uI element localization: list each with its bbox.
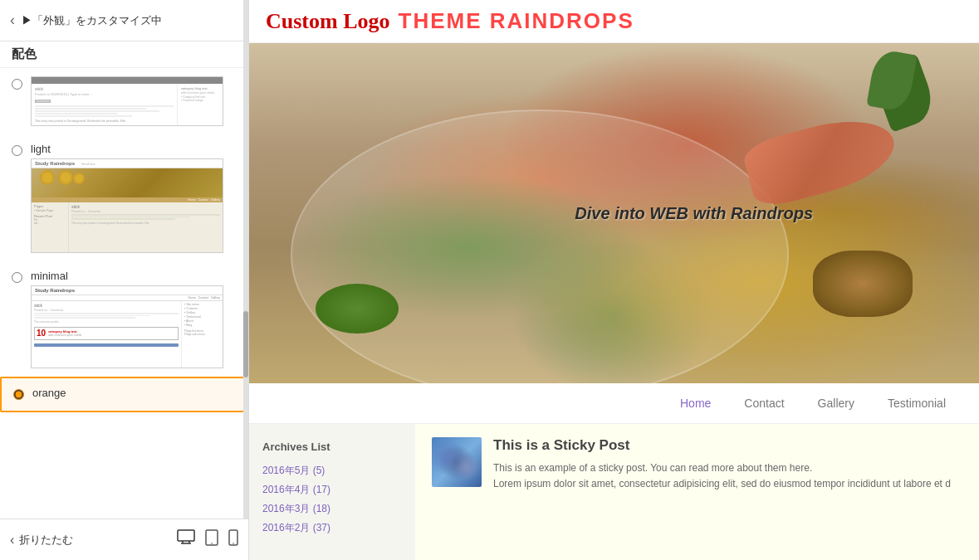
orange-radio[interactable] [13,389,24,400]
thumbnail-flowers [432,437,482,487]
mobile-icon[interactable] [228,529,238,550]
sticky-post-excerpt1: This is an example of a sticky post. You… [493,460,951,476]
sticky-post-content: This is a Sticky Post This is an example… [493,437,951,492]
customizer-panel: ‹ ▶「外観」をカスタマイズ中 配色 stick Posted on 2020/… [0,0,249,560]
collapse-arrow-icon: ‹ [10,533,14,548]
site-preview: Custom Logo THEME RAINDROPS Dive into WE… [249,0,979,560]
panel-header-text: ▶「外観」をカスタマイズ中 [22,13,162,28]
hero-walnut [813,251,913,317]
panel-bottom-bar: ‹ 折りたたむ [0,519,248,560]
section-title: 配色 [0,41,248,68]
nav-home[interactable]: Home [663,393,727,413]
color-option-stick[interactable]: stick Posted on 2020/01/01 | Type to ent… [0,68,248,134]
svg-point-5 [211,543,213,544]
hero-greens [316,284,399,334]
sticky-post-title: This is a Sticky Post [493,437,951,454]
color-option-light[interactable]: light Study Raindrops Sand box [0,134,248,261]
orange-label: orange [32,387,66,399]
site-main-content: This is a Sticky Post This is an example… [415,424,979,560]
archive-item-3[interactable]: 2016年2月 (37) [262,519,402,538]
site-nav: Home Contact Gallery Testimonial [249,383,979,424]
site-header: Custom Logo THEME RAINDROPS [249,0,979,43]
nav-testimonial[interactable]: Testimonial [871,393,962,413]
panel-scroll-area: stick Posted on 2020/01/01 | Type to ent… [0,68,248,519]
color-option-orange[interactable]: orange [0,377,248,412]
scroll-thumb[interactable] [243,311,248,377]
tablet-icon[interactable] [205,529,218,550]
site-body: Archives List 2016年5月 (5) 2016年4月 (17) 2… [249,424,979,560]
hero-text: Dive into WEB with Raindrops [575,204,813,223]
desktop-icon[interactable] [177,529,195,550]
sticky-thumbnail [432,437,482,487]
svg-rect-0 [178,530,194,541]
archives-sidebar: Archives List 2016年5月 (5) 2016年4月 (17) 2… [249,424,415,560]
stick-radio[interactable] [12,79,22,90]
logo-theme-text: THEME RAINDROPS [399,8,634,34]
stick-preview: stick Posted on 2020/01/01 | Type to ent… [31,76,223,126]
logo-custom-text: Custom Logo [266,9,390,34]
collapse-label: 折りたたむ [19,533,73,548]
back-arrow[interactable]: ‹ [10,12,15,29]
archives-title: Archives List [262,441,402,453]
hero-plate [291,110,789,383]
device-icons-group [177,529,238,550]
panel-header: ‹ ▶「外観」をカスタマイズ中 [0,0,248,41]
scroll-track [243,0,248,519]
sticky-post: This is a Sticky Post This is an example… [432,437,962,492]
archive-item-1[interactable]: 2016年4月 (17) [262,480,402,499]
archive-item-0[interactable]: 2016年5月 (5) [262,461,402,480]
color-option-minimal[interactable]: minimal Study Raindrops Home Contact Gal… [0,261,248,377]
minimal-radio[interactable] [12,272,22,283]
light-label: light [31,143,223,155]
sticky-post-excerpt2: Lorem ipsum dolor sit amet, consectetur … [493,476,951,492]
nav-contact[interactable]: Contact [727,393,800,413]
nav-gallery[interactable]: Gallery [801,393,871,413]
collapse-button[interactable]: ‹ 折りたたむ [10,533,73,548]
svg-point-7 [233,543,234,544]
light-radio[interactable] [12,145,22,156]
archive-item-2[interactable]: 2016年3月 (18) [262,499,402,519]
minimal-preview: Study Raindrops Home Contact Gallery sti… [31,285,223,368]
minimal-label: minimal [31,270,223,282]
light-preview: Study Raindrops Sand box Home Contact [31,158,223,253]
hero-image: Dive into WEB with Raindrops [249,43,979,383]
